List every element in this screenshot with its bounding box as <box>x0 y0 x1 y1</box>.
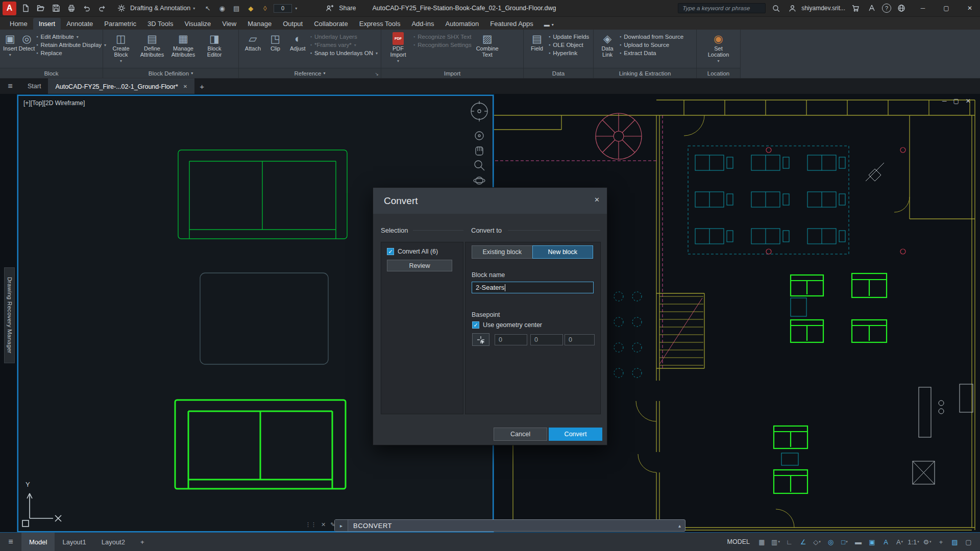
share-button[interactable]: Share <box>324 2 356 14</box>
checkbox-checked-icon[interactable]: ✓ <box>387 248 394 255</box>
graphics-performance-icon[interactable]: ▨ <box>948 535 961 548</box>
set-location-button[interactable]: ◉Set Location▾ <box>703 31 734 68</box>
drawing-recovery-manager-tab[interactable]: Drawing Recovery Manager <box>4 267 15 363</box>
pointer-tool-icon[interactable]: ↖ <box>202 5 213 12</box>
account-button[interactable]: shiyamdev.srit... <box>786 2 845 14</box>
tab-output[interactable]: Output <box>277 18 308 30</box>
tab-insert[interactable]: Insert <box>33 18 61 30</box>
command-history-chevron-icon[interactable]: ▴ <box>678 523 681 529</box>
layout-menu-icon[interactable]: ≡ <box>0 537 21 546</box>
combine-text-button[interactable]: ▨Combine Text <box>473 31 502 68</box>
ole-object-button[interactable]: ▪OLE Object <box>549 42 589 48</box>
panel-launcher-icon[interactable]: ↘ <box>375 71 379 77</box>
convert-button[interactable]: Convert <box>549 428 602 441</box>
panel-label-data[interactable]: Data <box>524 68 593 78</box>
update-fields-button[interactable]: ▪Update Fields <box>549 34 589 40</box>
review-button[interactable]: Review <box>387 260 452 271</box>
create-block-button[interactable]: ◫Create Block▾ <box>106 31 136 68</box>
tab-collaborate[interactable]: Collaborate <box>308 18 354 30</box>
use-geometry-center-checkbox[interactable]: ✓ Use geometry center <box>472 321 542 329</box>
sheet-set-icon[interactable]: ▤ <box>231 5 242 12</box>
annotation-visibility-icon[interactable]: A <box>879 535 892 548</box>
light-icon[interactable]: ◊ <box>259 5 271 12</box>
tab-featured-apps[interactable]: Featured Apps <box>484 18 539 30</box>
upload-to-source-button[interactable]: ▪Upload to Source <box>620 42 683 48</box>
model-space-toggle[interactable]: MODEL <box>723 538 754 545</box>
define-attributes-button[interactable]: ▤Define Attributes <box>137 31 167 68</box>
workspace-gear-icon[interactable]: ⚙▾ <box>921 535 934 548</box>
panel-label-reference[interactable]: Reference▾↘ <box>239 68 381 78</box>
annotation-scale-control[interactable]: 1:1▾ <box>907 535 920 548</box>
tab-manage[interactable]: Manage <box>242 18 277 30</box>
ortho-mode-icon[interactable]: ∟ <box>783 535 796 548</box>
clean-screen-icon[interactable]: ▢ <box>962 535 975 548</box>
layout1-tab[interactable]: Layout1 <box>55 533 93 551</box>
panel-label-location[interactable]: Location <box>697 68 740 78</box>
replace-block-button[interactable]: ▪Replace <box>36 50 106 56</box>
edit-attribute-button[interactable]: ▪Edit Attribute▾ <box>36 34 106 40</box>
basepoint-x-input[interactable]: 0 <box>495 334 527 345</box>
annotation-monitor-icon[interactable]: + <box>935 535 947 548</box>
frames-vary-button[interactable]: ▪*Frames vary*▾ <box>310 42 378 48</box>
dialog-close-icon[interactable]: ✕ <box>594 196 600 204</box>
extract-data-button[interactable]: ▪Extract Data <box>620 50 683 56</box>
pick-point-button[interactable] <box>472 333 489 346</box>
save-icon[interactable] <box>50 2 62 14</box>
lineweight-icon[interactable]: ▬ <box>852 535 865 548</box>
active-command-text[interactable]: BCONVERT <box>353 522 392 530</box>
existing-block-option[interactable]: Existing block <box>472 245 532 259</box>
new-block-option[interactable]: New block <box>532 245 594 259</box>
search-input[interactable] <box>678 3 766 13</box>
drag-grip-icon[interactable]: ⋮⋮ <box>305 521 316 528</box>
navigation-bar[interactable] <box>471 101 487 193</box>
snap-to-underlays-button[interactable]: ▪Snap to Underlays ON▾ <box>310 50 378 56</box>
basepoint-z-input[interactable]: 0 <box>565 334 595 345</box>
panel-label-block-definition[interactable]: Block Definition▾ <box>103 68 238 78</box>
field-button[interactable]: ▤Field <box>527 31 547 68</box>
autocad-logo[interactable]: A <box>3 2 16 15</box>
tab-visualize[interactable]: Visualize <box>179 18 216 30</box>
manage-attributes-button[interactable]: ▦Manage Attributes <box>168 31 198 68</box>
insert-block-button[interactable]: ▣ Insert ▾ <box>3 31 17 68</box>
window-maximize-button[interactable]: ▢ <box>936 1 957 16</box>
command-dock-handle[interactable]: ⋮⋮ ✕ ✎ <box>305 521 335 528</box>
autodesk-tools-icon[interactable] <box>866 2 878 14</box>
adjust-button[interactable]: ◐Adjust <box>287 31 309 68</box>
lock-ui-icon[interactable]: ◆ <box>245 5 256 12</box>
detect-button[interactable]: ◎ Detect <box>19 31 35 68</box>
close-tab-icon[interactable]: ✕ <box>183 84 187 89</box>
tab-automation[interactable]: Automation <box>439 18 484 30</box>
drawing-area[interactable]: ─ ▢ ✕ [+][Top][2D Wireframe] <box>0 94 980 532</box>
file-tab-start[interactable]: Start <box>20 79 48 94</box>
close-command-icon[interactable]: ✕ <box>321 521 326 528</box>
tab-express-tools[interactable]: Express Tools <box>354 18 406 30</box>
help-icon[interactable]: ? <box>882 4 891 13</box>
tab-home[interactable]: Home <box>4 18 33 30</box>
app-store-icon[interactable] <box>849 2 862 14</box>
object-snap-tracking-icon[interactable]: ◎ <box>824 535 837 548</box>
tab-parametric[interactable]: Parametric <box>99 18 142 30</box>
undo-icon[interactable] <box>81 2 93 14</box>
plot-icon[interactable] <box>65 2 78 14</box>
block-editor-button[interactable]: ◨Block Editor <box>200 31 229 68</box>
recognize-shx-text-button[interactable]: ▪Recognize SHX Text <box>413 34 472 40</box>
tab-3d-tools[interactable]: 3D Tools <box>142 18 179 30</box>
panel-label-block[interactable]: Block <box>0 68 103 78</box>
layout2-tab[interactable]: Layout2 <box>94 533 133 551</box>
pdf-import-button[interactable]: PDF PDF Import▾ <box>384 31 412 68</box>
underlay-layers-button[interactable]: ▪Underlay Layers <box>310 34 378 40</box>
selection-cycling-icon[interactable]: ▣ <box>866 535 878 548</box>
cancel-button[interactable]: Cancel <box>494 428 547 441</box>
drawing-minimize-icon[interactable]: ─ <box>942 97 947 105</box>
object-snap-icon[interactable]: □▾ <box>838 535 851 548</box>
redo-icon[interactable] <box>96 2 108 14</box>
qat-caret-icon[interactable]: ▾ <box>295 6 297 11</box>
polar-tracking-icon[interactable]: ∠ <box>797 535 810 548</box>
new-layout-button[interactable]: + <box>133 533 152 551</box>
snap-mode-icon[interactable]: ▥▾ <box>769 535 782 548</box>
view-eye-icon[interactable]: ◉ <box>216 5 228 12</box>
panel-label-linking[interactable]: Linking & Extraction <box>594 68 696 78</box>
basepoint-y-input[interactable]: 0 <box>530 334 563 345</box>
grid-display-icon[interactable]: ▦ <box>755 535 768 548</box>
data-link-button[interactable]: ◈Data Link <box>597 31 618 68</box>
